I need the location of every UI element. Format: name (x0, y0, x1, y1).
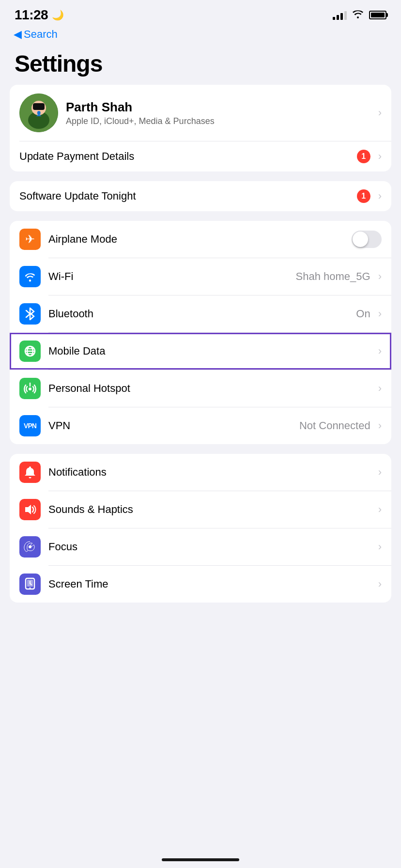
time-display: 11:28 (15, 7, 48, 23)
svg-marker-12 (25, 505, 31, 514)
personal-hotspot-row[interactable]: Personal Hotspot › (10, 370, 391, 407)
page-title: Settings (0, 46, 401, 85)
profile-row[interactable]: 👤 Parth Shah Apple ID, iCloud+, Media & … (10, 85, 391, 141)
svg-text:👤: 👤 (36, 110, 42, 117)
chevron-icon: › (378, 419, 382, 432)
chevron-icon: › (378, 541, 382, 553)
airplane-mode-label: Airplane Mode (48, 233, 344, 246)
focus-icon (19, 536, 41, 558)
focus-mode-icon: 🌙 (52, 9, 64, 21)
notifications-icon (19, 462, 41, 483)
wifi-status-icon (352, 9, 364, 21)
mobile-data-row[interactable]: Mobile Data › (10, 333, 391, 370)
focus-label: Focus (48, 541, 370, 553)
chevron-icon: › (378, 308, 382, 320)
profile-card: 👤 Parth Shah Apple ID, iCloud+, Media & … (10, 85, 391, 171)
software-update-label: Software Update Tonight (19, 190, 349, 202)
back-navigation[interactable]: ◀ Search (0, 26, 401, 46)
notifications-row[interactable]: Notifications › (10, 454, 391, 491)
chevron-icon: › (378, 190, 382, 202)
payment-badge: 1 (357, 150, 370, 163)
svg-rect-3 (33, 103, 45, 110)
update-payment-label: Update Payment Details (19, 150, 349, 163)
sounds-haptics-icon (19, 499, 41, 520)
sounds-haptics-label: Sounds & Haptics (48, 503, 370, 516)
chevron-icon: › (378, 382, 382, 395)
personal-hotspot-label: Personal Hotspot (48, 382, 370, 395)
vpn-value: Not Connected (299, 419, 370, 432)
wifi-icon (19, 266, 41, 287)
signal-strength-icon (333, 10, 347, 20)
wifi-value: Shah home_5G (296, 270, 370, 283)
screen-time-icon (19, 574, 41, 595)
chevron-icon: › (378, 466, 382, 479)
chevron-icon: › (378, 150, 382, 163)
system-settings-card: Notifications › Sounds & Haptics › Focus… (10, 454, 391, 603)
mobile-data-label: Mobile Data (48, 345, 370, 357)
profile-name: Parth Shah (66, 100, 370, 115)
vpn-row[interactable]: VPN VPN Not Connected › (10, 407, 391, 444)
personal-hotspot-icon (19, 378, 41, 399)
bluetooth-icon (19, 303, 41, 325)
back-arrow-icon: ◀ (14, 28, 22, 41)
profile-info: Parth Shah Apple ID, iCloud+, Media & Pu… (66, 100, 370, 126)
software-update-card: Software Update Tonight 1 › (10, 181, 391, 211)
svg-point-13 (29, 545, 31, 548)
battery-icon (369, 11, 386, 19)
avatar: 👤 (19, 93, 58, 132)
sounds-haptics-row[interactable]: Sounds & Haptics › (10, 491, 391, 528)
software-update-row[interactable]: Software Update Tonight 1 › (10, 181, 391, 211)
update-badge: 1 (357, 189, 370, 203)
svg-point-18 (30, 588, 31, 589)
connectivity-card: ✈ Airplane Mode Wi-Fi Shah home_5G › Blu… (10, 221, 391, 444)
airplane-mode-row[interactable]: ✈ Airplane Mode (10, 221, 391, 258)
profile-subtitle: Apple ID, iCloud+, Media & Purchases (66, 116, 370, 126)
mobile-data-icon (19, 341, 41, 362)
focus-row[interactable]: Focus › (10, 528, 391, 565)
wifi-label: Wi-Fi (48, 270, 288, 283)
chevron-icon: › (378, 270, 382, 283)
svg-point-10 (29, 388, 31, 390)
back-label: Search (24, 28, 58, 41)
bluetooth-row[interactable]: Bluetooth On › (10, 295, 391, 332)
toggle-knob (353, 232, 368, 247)
screen-time-label: Screen Time (48, 578, 370, 590)
notifications-label: Notifications (48, 466, 370, 479)
chevron-icon: › (378, 345, 382, 357)
bluetooth-label: Bluetooth (48, 308, 348, 320)
chevron-icon: › (378, 503, 382, 516)
screen-time-row[interactable]: Screen Time › (10, 566, 391, 603)
status-time: 11:28 🌙 (15, 7, 64, 23)
wifi-row[interactable]: Wi-Fi Shah home_5G › (10, 258, 391, 295)
airplane-mode-toggle[interactable] (352, 231, 382, 248)
chevron-icon: › (378, 578, 382, 590)
bluetooth-value: On (356, 308, 370, 320)
update-payment-row[interactable]: Update Payment Details 1 › (10, 141, 391, 171)
status-icons (333, 9, 386, 21)
vpn-label: VPN (48, 419, 292, 432)
airplane-mode-icon: ✈ (19, 229, 41, 250)
chevron-icon: › (378, 107, 382, 119)
status-bar: 11:28 🌙 (0, 0, 401, 26)
home-indicator (162, 858, 239, 861)
vpn-icon: VPN (19, 415, 41, 436)
